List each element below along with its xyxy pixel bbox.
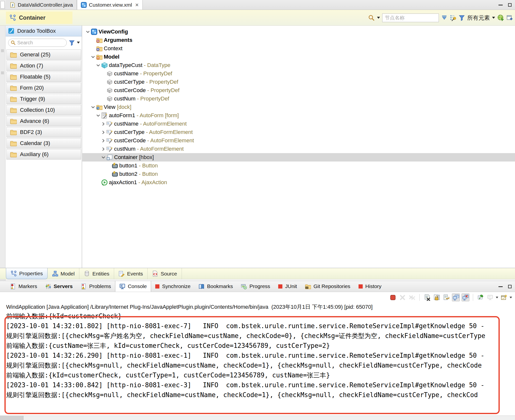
tree-node-button2[interactable]: button2 - Button: [82, 170, 515, 178]
link-with-editor-icon[interactable]: [450, 15, 456, 21]
toolbox-category-advance[interactable]: Advance (6): [6, 116, 81, 126]
tab-label: Progress: [249, 283, 270, 289]
show-console-stdout-icon[interactable]: [452, 293, 460, 301]
tree-node-custcertype[interactable]: custCerType - PropertyDef: [82, 78, 515, 86]
minimize-icon[interactable]: [498, 5, 503, 5]
chevron-down-icon[interactable]: [77, 42, 80, 44]
search-icon[interactable]: [368, 15, 375, 21]
word-wrap-icon[interactable]: [442, 293, 450, 301]
tab-model[interactable]: Model: [48, 268, 79, 279]
org-icon: [11, 271, 17, 277]
tab-source[interactable]: Source: [148, 268, 182, 279]
maximize-icon[interactable]: [508, 285, 512, 288]
toolbox-search-input[interactable]: [8, 39, 67, 47]
pin-console-icon[interactable]: [477, 293, 484, 301]
tree-node-custname[interactable]: custName - AutoFormElement: [82, 120, 515, 128]
tab-synchronize[interactable]: Synchronize: [151, 281, 195, 292]
chevron-down-icon[interactable]: [100, 155, 106, 160]
tree-node-model[interactable]: Model: [82, 53, 515, 61]
console-output[interactable]: WindApplication [Java Application] /Libr…: [0, 303, 515, 416]
tab-properties[interactable]: Properties: [6, 268, 48, 279]
tree-node-custcercode[interactable]: custCerCode - AutoFormElement: [82, 136, 515, 145]
tab-label: Console: [128, 283, 147, 289]
toolbox-category-collection[interactable]: Collection (10): [6, 105, 81, 115]
editor-tab-customer-view-xml[interactable]: Customer.view.xml×: [77, 0, 143, 10]
ajaxaction-icon: [101, 179, 108, 186]
toolbox-category-auxiliary[interactable]: Auxiliary (6): [6, 149, 81, 160]
chevron-right-icon[interactable]: [100, 147, 106, 151]
chevron-down-icon[interactable]: [95, 63, 101, 67]
chevron-down-icon[interactable]: [492, 17, 495, 19]
toolbox-category-action[interactable]: Action (7): [6, 61, 81, 71]
tree-node-autoform1[interactable]: autoForm1 - AutoForm [form]: [82, 111, 515, 120]
tab-console[interactable]: Console: [115, 281, 151, 292]
tab-progress[interactable]: Progress: [237, 281, 274, 292]
tree-node-container[interactable]: Container [hbox]: [82, 153, 515, 162]
clear-console-icon[interactable]: [423, 293, 431, 301]
tree-node-arguments[interactable]: @Arguments: [82, 36, 515, 44]
chevron-down-icon[interactable]: [377, 17, 380, 19]
tab-label: Properties: [19, 271, 43, 276]
rail-mark: [1, 71, 4, 74]
editor-tab-datavalidcontroller-java[interactable]: JDataValidController.java: [6, 0, 77, 10]
tree-node-view[interactable]: View [dock]: [82, 103, 515, 111]
filter-icon[interactable]: [459, 15, 465, 21]
toolbox-category-form[interactable]: Form (20): [6, 83, 81, 93]
chevron-down-icon[interactable]: [85, 30, 91, 34]
tab-git-repositories[interactable]: GITGit Repositories: [301, 281, 354, 292]
tree-node-custname[interactable]: custName - PropertyDef: [82, 69, 515, 78]
chevron-right-icon[interactable]: [100, 130, 106, 134]
terminate-icon[interactable]: [389, 293, 397, 301]
node-search-input[interactable]: [382, 14, 439, 22]
tab-bookmarks[interactable]: Bookmarks: [194, 281, 237, 292]
add-view-icon[interactable]: [506, 15, 513, 21]
folder-icon: [10, 51, 17, 58]
folder-icon: [10, 140, 17, 147]
maximize-icon[interactable]: [508, 3, 512, 7]
tab-label: Model: [61, 271, 75, 277]
tree-node-custcertype[interactable]: custCerType - AutoFormElement: [82, 128, 515, 136]
tab-label: Events: [127, 271, 143, 277]
tree-node-ajaxaction1[interactable]: ajaxAction1 - AjaxAction: [82, 178, 515, 187]
tab-markers[interactable]: Markers: [6, 281, 41, 292]
tree-node-viewconfig[interactable]: ViewConfig: [82, 28, 515, 36]
show-console-stderr-icon[interactable]: [462, 293, 469, 301]
collapse-all-icon[interactable]: [441, 15, 447, 21]
toolbox-category-calendar[interactable]: Calendar (3): [6, 138, 81, 148]
minimize-icon[interactable]: [498, 286, 503, 287]
tree-node-custcercode[interactable]: custCerCode - PropertyDef: [82, 86, 515, 95]
tree-node-custnum[interactable]: custNum - PropertyDef: [82, 95, 515, 103]
chevron-down-icon[interactable]: [496, 297, 498, 298]
tree-node-type: - AutoFormElement: [145, 129, 193, 135]
toolbox-category-general[interactable]: General (25): [6, 49, 81, 60]
scroll-lock-icon[interactable]: [433, 293, 441, 301]
tab-history[interactable]: History: [354, 281, 385, 292]
tab-problems[interactable]: Problems: [77, 281, 115, 292]
filter-label[interactable]: 所有元素: [467, 14, 490, 22]
tree-node-bracket: [form]: [163, 112, 179, 119]
remove-launch-icon: [398, 293, 406, 301]
tree-node-datatypecust[interactable]: dataTypeCust - DataType: [82, 61, 515, 69]
chevron-down-icon[interactable]: [510, 297, 512, 298]
chevron-down-icon[interactable]: [90, 55, 96, 59]
toolbox-category-trigger[interactable]: Trigger (9): [6, 94, 81, 104]
toolbox-category-floatable[interactable]: Floatable (5): [6, 72, 81, 82]
tab-entities[interactable]: Entities: [79, 268, 114, 279]
tab-events[interactable]: Events: [114, 268, 148, 279]
chevron-down-icon[interactable]: [95, 113, 101, 118]
tree-node-button1[interactable]: button1 - Button: [82, 162, 515, 170]
chevron-right-icon[interactable]: [100, 122, 106, 126]
tab-servers[interactable]: Servers: [41, 281, 77, 292]
close-icon[interactable]: ×: [135, 2, 139, 7]
restore-view-button[interactable]: [0, 1, 5, 9]
filter-icon[interactable]: [69, 40, 75, 46]
tab-junit[interactable]: JUnit: [274, 281, 301, 292]
chevron-right-icon[interactable]: [100, 139, 106, 143]
breadcrumb[interactable]: Container: [6, 12, 72, 24]
tree-node-context[interactable]: @Context: [82, 44, 515, 53]
chevron-down-icon[interactable]: [90, 105, 96, 109]
tree-node-custnum[interactable]: custNum - AutoFormElement: [82, 145, 515, 153]
refresh-globe-icon[interactable]: [497, 14, 504, 21]
toolbox-category-bdf2[interactable]: BDF2 (3): [6, 127, 81, 137]
open-console-icon[interactable]: [500, 293, 508, 301]
